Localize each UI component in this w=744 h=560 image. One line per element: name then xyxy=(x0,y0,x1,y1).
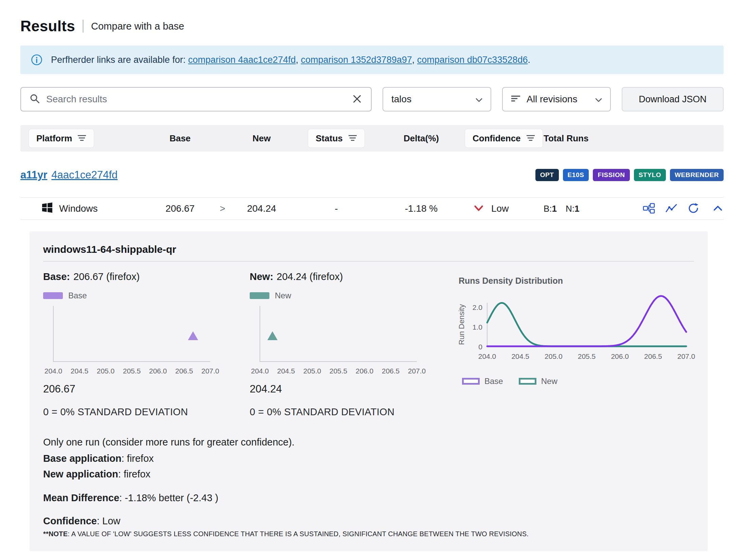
svg-text:205.5: 205.5 xyxy=(330,367,348,375)
suite-revision-link[interactable]: 4aac1ce274fd xyxy=(51,169,118,181)
revisions-selected-value: All revisions xyxy=(527,94,589,105)
comparison-link-3[interactable]: comparison db07c33528d6 xyxy=(417,55,528,65)
regression-chevron-down-icon xyxy=(474,203,484,214)
comparison-link-1[interactable]: comparison 4aac1ce274fd xyxy=(188,55,296,65)
confidence-filter-button[interactable]: Confidence xyxy=(465,129,543,148)
svg-text:2.0: 2.0 xyxy=(473,303,482,311)
new-runs: N:1 xyxy=(566,204,579,214)
confidence-header-label: Confidence xyxy=(473,133,521,144)
svg-text:204.0: 204.0 xyxy=(45,367,63,375)
svg-text:205.0: 205.0 xyxy=(303,367,321,375)
badge-opt: OPT xyxy=(535,169,559,181)
svg-text:205.5: 205.5 xyxy=(578,352,596,360)
confidence-cell: Low xyxy=(462,203,544,214)
filter-icon xyxy=(526,133,535,144)
suite-badges: OPT E10S FISSION STYLO WEBRENDER xyxy=(535,169,724,181)
base-stddev: 0 = 0% STANDARD DEVIATION xyxy=(43,406,220,418)
page-subtitle: Compare with a base xyxy=(91,21,184,32)
new-distribution-chart: 204.0204.5205.0205.5206.0206.5207.0 xyxy=(250,303,426,376)
results-toolbar: talos All revisions Download JSON xyxy=(20,87,724,111)
base-legend-label: Base xyxy=(68,291,87,300)
test-detail-panel: windows11-64-shippable-qr Base:206.67 (f… xyxy=(30,231,708,551)
page-header: Results Compare with a base xyxy=(20,0,724,35)
charts-row: Base:206.67 (firefox) Base 204.0204.5205… xyxy=(43,271,694,418)
graph-link-button[interactable] xyxy=(665,203,677,214)
chevron-up-icon xyxy=(713,205,723,212)
new-legend: New xyxy=(250,291,426,300)
confidence-value: Low xyxy=(491,203,509,214)
framework-selected-value: talos xyxy=(391,94,470,105)
badge-webrender: WEBRENDER xyxy=(670,169,724,181)
filter-icon xyxy=(77,133,86,144)
info-icon xyxy=(31,54,43,66)
filter-lines-icon xyxy=(511,94,520,105)
new-value: 204.24 xyxy=(247,203,276,214)
download-json-button[interactable]: Download JSON xyxy=(622,87,724,111)
banner-period: . xyxy=(528,55,530,65)
comparator: > xyxy=(220,203,225,214)
search-input[interactable] xyxy=(46,94,345,105)
svg-text:206.5: 206.5 xyxy=(175,367,193,375)
density-base-label: Base xyxy=(484,377,503,386)
density-distribution-block: Runs Density Distribution 01.02.0Run Den… xyxy=(459,271,696,418)
density-legend-base: Base xyxy=(462,377,503,386)
svg-text:204.5: 204.5 xyxy=(71,367,89,375)
svg-text:206.0: 206.0 xyxy=(149,367,167,375)
new-header-label: New xyxy=(252,133,270,144)
badge-e10s: E10S xyxy=(563,169,589,181)
title-divider xyxy=(83,20,84,33)
density-legend: Base New xyxy=(462,377,696,386)
base-legend: Base xyxy=(43,291,220,300)
confidence-line: Confidence: Low xyxy=(43,515,694,527)
density-new-swatch xyxy=(519,378,536,385)
results-table-header: Platform Base New Status Delta(%) Confid… xyxy=(20,125,724,152)
total-runs-header-label: Total Runs xyxy=(544,133,588,144)
platform-filter-button[interactable]: Platform xyxy=(29,129,94,148)
close-icon xyxy=(353,94,361,104)
status-header-label: Status xyxy=(316,133,342,144)
chevron-down-icon xyxy=(595,94,602,105)
perfherder-results-page: Results Compare with a base Perfherder l… xyxy=(0,0,744,560)
show-subtests-button[interactable] xyxy=(643,203,655,215)
clear-search-button[interactable] xyxy=(351,93,363,106)
delta-header-label: Delta(%) xyxy=(404,133,439,144)
comparison-link-2[interactable]: comparison 1352d3789a97 xyxy=(301,55,412,65)
retrigger-button[interactable] xyxy=(688,203,699,215)
platform-cell: Windows xyxy=(20,203,146,215)
svg-text:207.0: 207.0 xyxy=(408,367,426,375)
new-distribution-block: New:204.24 (firefox) New 204.0204.5205.0… xyxy=(250,271,426,418)
base-header-label: Base xyxy=(170,133,191,144)
banner-prefix: Perfherder links are available for: xyxy=(51,55,185,65)
base-distribution-chart: 204.0204.5205.0205.5206.0206.5207.0 xyxy=(43,303,220,376)
svg-text:206.5: 206.5 xyxy=(382,367,400,375)
svg-text:1.0: 1.0 xyxy=(473,323,482,331)
collapse-row-button[interactable] xyxy=(713,205,723,212)
revisions-select[interactable]: All revisions xyxy=(502,87,611,111)
density-base-swatch xyxy=(462,378,480,385)
svg-text:205.0: 205.0 xyxy=(545,352,563,360)
base-summary: Base:206.67 (firefox) xyxy=(43,271,220,282)
suite-name-link[interactable]: a11yr xyxy=(20,169,47,181)
search-box[interactable] xyxy=(20,87,372,111)
refresh-icon xyxy=(688,203,699,215)
svg-text:207.0: 207.0 xyxy=(677,352,695,360)
perfherder-links-banner: Perfherder links are available for: comp… xyxy=(20,46,724,74)
framework-select[interactable]: talos xyxy=(383,87,491,111)
only-one-run-note: Only one run (consider more runs for gre… xyxy=(43,436,694,448)
svg-text:206.5: 206.5 xyxy=(644,352,662,360)
subtests-tree-icon xyxy=(643,203,655,215)
page-title: Results xyxy=(20,18,75,35)
platform-result-row: Windows 206.67 > 204.24 - -1.18 % Low B:… xyxy=(20,197,724,220)
svg-text:206.0: 206.0 xyxy=(356,367,374,375)
status-filter-button[interactable]: Status xyxy=(308,129,365,148)
platform-name: Windows xyxy=(59,203,98,214)
search-icon xyxy=(29,93,40,105)
delta-value: -1.18 % xyxy=(405,203,438,214)
base-value: 206.67 xyxy=(165,203,195,214)
new-legend-swatch xyxy=(250,292,269,299)
chevron-down-icon xyxy=(476,94,482,105)
new-application-line: New application: firefox xyxy=(43,468,694,480)
density-chart-title: Runs Density Distribution xyxy=(459,276,696,286)
base-runs: B:1 xyxy=(544,204,557,214)
platform-header-label: Platform xyxy=(36,133,72,144)
